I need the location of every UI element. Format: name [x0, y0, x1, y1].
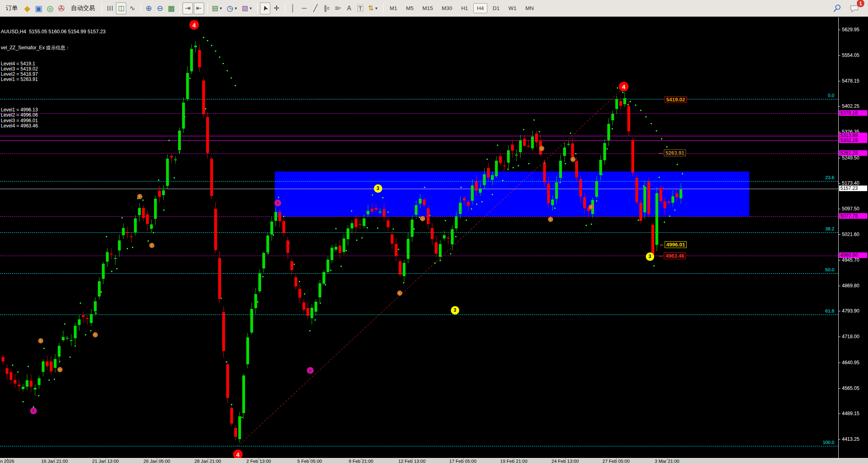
semafor-marker-1: 1 — [93, 332, 98, 337]
price-level-label[interactable]: 5419.02 — [665, 96, 687, 103]
timeframe-button-M5[interactable]: M5 — [402, 3, 417, 13]
price-level-label[interactable]: 4996.01 — [665, 241, 687, 248]
candle-body — [487, 168, 490, 178]
time-tick-label: 28 Jan 21:00 — [195, 459, 221, 464]
timeframe-button-W1[interactable]: W1 — [505, 3, 520, 13]
equidistant-channel-button[interactable]: ∥E — [321, 2, 332, 14]
price-level-label[interactable]: 5263.91 — [664, 149, 686, 156]
semafor-dot — [80, 303, 81, 304]
chart-canvas[interactable]: 0.023.638.250.061.8100.04443332221111111… — [0, 17, 838, 458]
candle-body — [667, 202, 670, 203]
horizontal-line-button[interactable]: ─ — [299, 2, 309, 14]
zoom-in-button[interactable]: ⊕ — [144, 2, 154, 14]
semafor-dot — [54, 379, 55, 380]
notifications-button[interactable]: 1 — [848, 2, 862, 14]
line-chart-button[interactable]: ∿ — [127, 2, 138, 14]
timeframe-button-H1[interactable]: H1 — [458, 3, 472, 13]
fibonacci-level-label: 61.8 — [825, 309, 834, 313]
new-chart-button[interactable]: ▤▼ — [210, 2, 224, 14]
candlestick-chart-button[interactable]: ◫ — [116, 2, 126, 14]
candle-body — [623, 98, 626, 104]
timeframe-button-M30[interactable]: M30 — [438, 3, 456, 13]
semafor-dot — [85, 334, 86, 335]
vertical-line-button[interactable]: │ — [288, 2, 298, 14]
trade-group: 订单 ◆ ▣ ◎ ✇ 自动交易 — [2, 1, 99, 16]
candle-body — [547, 184, 550, 203]
candle-body — [214, 209, 217, 250]
candle-body — [66, 338, 69, 339]
candle-wick — [380, 208, 380, 214]
semafor-dot — [596, 200, 597, 202]
gold-seal-icon[interactable]: ◆ — [22, 2, 32, 14]
semafor-dot — [450, 253, 451, 254]
fibonacci-level-label: 100.0 — [823, 440, 834, 445]
level-line: Level4 = 5419.1 — [1, 61, 105, 67]
candle-body — [54, 359, 57, 368]
level-line: Level4 = 4963.46 — [1, 123, 105, 129]
candle-body — [467, 202, 470, 206]
semafor-dot — [539, 131, 540, 132]
candle-body — [150, 224, 153, 229]
price-tag: 5157.23 — [839, 186, 867, 191]
market-watch-icon[interactable]: ◎ — [45, 2, 55, 14]
semafor-dot — [283, 216, 284, 217]
timeframe-button-D1[interactable]: D1 — [489, 3, 503, 13]
semafor-dot — [570, 133, 571, 134]
semafor-marker-2: 2 — [307, 367, 314, 374]
zoom-out-button[interactable]: ⊖ — [155, 2, 165, 14]
text-button[interactable]: A — [344, 2, 354, 14]
candle-body — [479, 189, 482, 193]
templates-button[interactable]: ▨▼ — [240, 2, 254, 14]
candle-body — [110, 254, 113, 254]
price-axis[interactable]: 5629.955554.055478.155402.255326.355249.… — [838, 17, 868, 458]
cursor-button[interactable]: ➤ — [260, 2, 270, 14]
text-label-button[interactable]: T — [355, 2, 365, 14]
fibonacci-button[interactable]: ≡F — [333, 2, 343, 14]
periods-button[interactable]: ◷▼ — [225, 2, 239, 14]
price-level-label[interactable]: 4963.46 — [664, 252, 686, 259]
price-tag: 5302.19 — [839, 137, 867, 143]
semafor-dot — [591, 224, 592, 225]
candle-body — [371, 209, 373, 212]
arrow-tools-button[interactable]: ⇅▼ — [366, 2, 379, 14]
candle-body — [290, 261, 293, 270]
candle-body — [258, 273, 261, 291]
semafor-marker-3: 3 — [451, 306, 459, 315]
search-icon[interactable] — [831, 2, 843, 14]
price-tick-mark — [839, 363, 840, 363]
candle-wick — [171, 154, 172, 163]
bar-chart-button[interactable]: ☰ — [105, 2, 115, 14]
new-order-button[interactable]: 订单 — [2, 2, 21, 14]
chevron-down-icon: ▼ — [375, 6, 378, 10]
crosshair-button[interactable]: ✛ — [271, 2, 282, 14]
chart-type-group: ☰ ◫ ∿ — [104, 1, 138, 16]
semafor-dot — [341, 266, 342, 267]
trend-line[interactable] — [238, 85, 626, 446]
timeframe-button-MN[interactable]: MN — [522, 3, 537, 13]
auto-scroll-button[interactable]: ⇥ — [183, 2, 193, 14]
price-tick-mark — [839, 55, 840, 56]
chart-shift-button[interactable]: ⇤ — [194, 2, 204, 14]
semafor-dot — [43, 348, 45, 349]
semafor-dot — [235, 85, 236, 86]
semafor-dot — [560, 182, 561, 183]
trend-line-button[interactable]: ╱ — [310, 2, 320, 14]
expert-hat-icon[interactable]: ✇ — [56, 2, 67, 14]
semafor-levels-top: Level4 = 5419.1Level3 = 5419.02Level2 = … — [1, 61, 105, 83]
tile-windows-button[interactable]: ▦ — [166, 2, 176, 14]
candle-body — [675, 194, 678, 197]
candle-body — [282, 221, 285, 233]
candle-body — [210, 159, 213, 196]
price-tick-label: 4640.95 — [842, 360, 859, 365]
timeframe-button-M15[interactable]: M15 — [419, 3, 436, 13]
semafor-dot — [497, 145, 498, 146]
time-axis[interactable]: n 202616 Jan 21:0021 Jan 13:0026 Jan 05:… — [0, 458, 868, 464]
history-center-icon[interactable]: ▣ — [33, 2, 44, 14]
candle-body — [527, 146, 530, 147]
timeframe-button-H4[interactable]: H4 — [473, 3, 487, 13]
timeframe-button-M1[interactable]: M1 — [386, 3, 401, 13]
candle-wick — [115, 255, 116, 265]
drawing-tools-group: │ ─ ╱ ∥E ≡F A T ⇅▼ — [287, 1, 380, 16]
semafor-dot — [111, 271, 112, 272]
autotrading-button[interactable]: 自动交易 — [67, 2, 99, 14]
